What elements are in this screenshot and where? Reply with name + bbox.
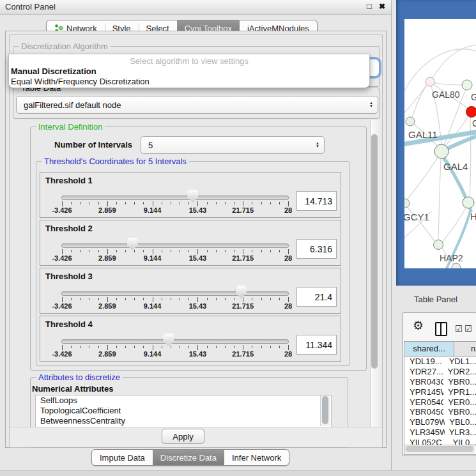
combo-stepper-icon[interactable]: ▲▼ bbox=[316, 137, 319, 153]
network-node[interactable] bbox=[406, 117, 415, 126]
threshold-value-field[interactable]: 21.4 bbox=[296, 287, 337, 307]
bottom-tab-label: Infer Network bbox=[232, 453, 281, 463]
cell-name: YBR0... bbox=[443, 377, 476, 387]
cell-name: YBL0... bbox=[445, 417, 476, 427]
combo-stepper-icon[interactable]: ▲▼ bbox=[369, 96, 373, 113]
select-none-checkbox-icon[interactable]: ☑ bbox=[464, 324, 472, 334]
number-of-intervals-label: Number of Intervals bbox=[54, 140, 132, 150]
select-all-checkbox-icon[interactable]: ☑ bbox=[455, 324, 463, 334]
cell-name: YLR3... bbox=[445, 427, 476, 437]
threshold-coordinates-label: Threshold's Coordinates for 5 Intervals bbox=[42, 157, 189, 166]
network-edge bbox=[404, 86, 426, 115]
column-layout-icon[interactable] bbox=[435, 322, 447, 336]
network-node[interactable] bbox=[404, 199, 410, 208]
table-data-combo[interactable]: galFiltered.sif default node ▲▼ bbox=[16, 96, 378, 114]
attribute-item[interactable]: TopologicalCoefficient bbox=[36, 406, 331, 416]
network-edge bbox=[438, 158, 441, 240]
bottom-tab-discretize-data[interactable]: Discretize Data bbox=[153, 450, 224, 465]
cell-shared-name: YDL19... bbox=[404, 357, 445, 366]
table-hscrollbar-thumb[interactable] bbox=[406, 446, 473, 452]
tick-mark bbox=[288, 297, 289, 302]
slider-thumb-layer bbox=[62, 173, 288, 217]
attribute-item[interactable]: BetweennessCentrality bbox=[36, 416, 331, 426]
table-row[interactable]: YBR043CYBR0... bbox=[404, 377, 476, 387]
number-of-intervals-value: 5 bbox=[141, 141, 153, 150]
bottom-tab-bar: Impute DataDiscretize DataInfer Network bbox=[91, 449, 289, 466]
bottom-tab-infer-network[interactable]: Infer Network bbox=[224, 450, 289, 465]
column-header-name[interactable]: n bbox=[454, 342, 476, 356]
table-data-combo-value: galFiltered.sif default node bbox=[17, 100, 121, 110]
table-row[interactable]: YBL079WYBL0... bbox=[404, 417, 476, 427]
table-rows: YDL19...YDL1...YDR27...YDR2...YBR043CYBR… bbox=[404, 357, 476, 447]
slider-thumb-layer bbox=[62, 268, 288, 313]
table-row[interactable]: YLR345WYLR3... bbox=[404, 427, 476, 438]
slider-thumb-layer bbox=[62, 316, 288, 361]
network-node[interactable] bbox=[434, 240, 443, 250]
bottom-tab-impute-data[interactable]: Impute Data bbox=[92, 450, 153, 465]
algorithm-option-manual-discretization[interactable]: Manual Discretization bbox=[9, 66, 369, 77]
control-panel-titlebar: Control Panel □ ✖ bbox=[0, 0, 391, 15]
network-node-label: GAL4 bbox=[443, 161, 468, 172]
network-node[interactable] bbox=[463, 197, 474, 208]
apply-button[interactable]: Apply bbox=[162, 429, 204, 444]
threshold-panel: Threshold 2-3.4262.8599.14415.4321.71528… bbox=[40, 220, 341, 266]
network-node-label: C bbox=[472, 118, 476, 128]
network-node[interactable] bbox=[466, 107, 476, 118]
cell-name: YER0... bbox=[443, 397, 476, 407]
threshold-value-field[interactable]: 6.316 bbox=[296, 239, 337, 259]
cell-shared-name: YBR043C bbox=[404, 377, 443, 387]
threshold-value-field[interactable]: 11.344 bbox=[296, 335, 337, 355]
network-node-label: GCY1 bbox=[404, 211, 429, 222]
cell-shared-name: YBL079W bbox=[404, 417, 445, 427]
table-row[interactable]: YPR145WYPR1... bbox=[404, 387, 476, 397]
panel-title: Control Panel bbox=[5, 2, 56, 12]
attribute-item[interactable]: SelfLoops bbox=[36, 395, 331, 406]
threshold-panel: Threshold 1-3.4262.8599.14415.4321.71528… bbox=[40, 172, 341, 218]
settings-vscrollbar-thumb[interactable] bbox=[371, 134, 378, 369]
network-node[interactable] bbox=[462, 80, 472, 90]
table-panel-title: Table Panel bbox=[414, 295, 457, 304]
network-edge bbox=[406, 157, 438, 201]
network-edge bbox=[470, 117, 471, 197]
network-edge bbox=[442, 207, 466, 242]
network-node[interactable] bbox=[452, 263, 461, 268]
algorithm-prompt: Select algorithm to view settings bbox=[9, 56, 369, 66]
node-table: shared... n YDL19...YDL1...YDR27...YDR2.… bbox=[404, 341, 476, 455]
table-header-row: shared... n bbox=[404, 342, 476, 357]
cell-name: YDR2... bbox=[443, 367, 476, 376]
float-window-icon[interactable]: □ bbox=[367, 1, 372, 11]
threshold-value-field[interactable]: 14.713 bbox=[296, 191, 337, 211]
table-row[interactable]: YER054CYER0... bbox=[404, 397, 476, 407]
status-bar-edge bbox=[0, 470, 476, 476]
interval-definition-label: Interval Definition bbox=[36, 122, 105, 132]
slider-thumb-layer bbox=[62, 220, 288, 265]
network-node[interactable] bbox=[434, 144, 449, 158]
number-of-intervals-combo[interactable]: 5 ▲▼ bbox=[141, 136, 325, 154]
attributes-scrollbar-thumb[interactable] bbox=[322, 396, 328, 424]
algorithm-option-equal-width-frequency-discretization[interactable]: Equal Width/Frequency Discretization bbox=[9, 77, 369, 87]
cell-shared-name: YDR27... bbox=[404, 367, 443, 376]
table-row[interactable]: YDL19...YDL1... bbox=[404, 357, 476, 367]
cell-name: YDL1... bbox=[445, 357, 476, 366]
network-node[interactable] bbox=[426, 77, 434, 86]
gear-icon[interactable]: ⚙ bbox=[413, 318, 424, 333]
table-row[interactable]: YDR27...YDR2... bbox=[404, 367, 476, 377]
close-icon[interactable]: ✖ bbox=[379, 2, 385, 11]
slider-thumb[interactable] bbox=[163, 334, 174, 346]
slider-thumb[interactable] bbox=[236, 286, 247, 298]
numerical-attributes-title: Numerical Attributes bbox=[32, 384, 113, 394]
table-row[interactable]: YBR045CYBR0... bbox=[404, 407, 476, 417]
cell-name: YPR1... bbox=[443, 387, 476, 397]
app-root: Control Panel □ ✖ NetworkStyleSelectCyni… bbox=[0, 0, 476, 476]
cell-shared-name: YPR145W bbox=[404, 387, 443, 397]
cell-shared-name: YBR045C bbox=[404, 407, 443, 417]
tick-mark bbox=[288, 201, 289, 206]
cell-shared-name: YLR345W bbox=[404, 427, 445, 437]
network-canvas[interactable]: GAL80GACGAL11GAL4GCY1HHAP2 bbox=[404, 19, 476, 268]
slider-thumb[interactable] bbox=[187, 190, 198, 203]
threshold-panel: Threshold 3-3.4262.8599.14415.4321.71528… bbox=[40, 268, 341, 314]
column-header-shared-name[interactable]: shared... bbox=[404, 342, 454, 356]
slider-thumb[interactable] bbox=[127, 238, 138, 250]
network-graph: GAL80GACGAL11GAL4GCY1HHAP2 bbox=[404, 19, 476, 268]
attributes-group-label: Attributes to discretize bbox=[36, 372, 123, 382]
